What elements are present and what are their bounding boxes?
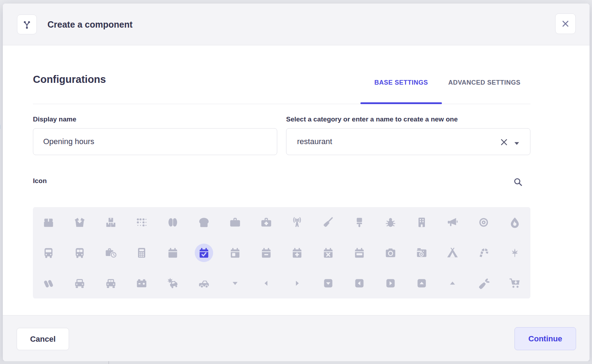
- car-alt-icon: [105, 277, 117, 289]
- bug-icon: [385, 216, 397, 228]
- caret-up-icon: [446, 277, 459, 289]
- car-crash-icon: [167, 277, 179, 289]
- category-clear-button[interactable]: [499, 137, 509, 147]
- icon-option-broom[interactable]: [313, 207, 344, 238]
- cart-arrow-down-icon: [509, 277, 521, 289]
- caret-right-icon: [291, 277, 303, 289]
- tab-base-settings[interactable]: BASE SETTINGS: [360, 77, 442, 88]
- active-tab-underline: [360, 102, 442, 104]
- capsules-icon: [42, 277, 55, 289]
- category-selected-value: restaurant: [297, 129, 332, 155]
- icon-option-bug[interactable]: [375, 207, 406, 238]
- carrot-icon: [478, 277, 490, 289]
- category-label: Select a category or enter a name to cre…: [286, 115, 458, 123]
- icon-option-caret-right[interactable]: [282, 268, 313, 298]
- icon-option-box[interactable]: [33, 207, 64, 238]
- icon-option-building[interactable]: [406, 207, 437, 238]
- caret-square-up-icon: [416, 277, 428, 289]
- calculator-icon: [136, 247, 148, 259]
- page-backdrop: eenrt Create a component: [0, 0, 592, 364]
- bread-slice-icon: [198, 216, 210, 228]
- icon-option-car[interactable]: [64, 268, 95, 298]
- icon-option-burn[interactable]: [499, 207, 530, 238]
- background-bottom-strip: [0, 361, 592, 364]
- icon-option-capsules[interactable]: [33, 268, 64, 298]
- icon-option-caret-square-right[interactable]: [375, 268, 406, 298]
- calendar-week-icon: [353, 247, 365, 259]
- briefcase-medical-icon: [260, 216, 272, 228]
- close-icon: [560, 19, 570, 29]
- icon-option-calendar-times[interactable]: [313, 238, 344, 268]
- category-dropdown-button[interactable]: [514, 140, 520, 144]
- dialog-header: Create a component: [3, 4, 590, 45]
- clear-x-icon: [500, 138, 508, 147]
- camera-retro-icon: [416, 247, 428, 259]
- icon-option-bread-slice[interactable]: [188, 207, 220, 238]
- car-battery-icon: [136, 277, 148, 289]
- icon-option-car-alt[interactable]: [95, 268, 126, 298]
- icon-option-calendar[interactable]: [157, 238, 188, 268]
- icon-option-car-side[interactable]: [188, 268, 220, 298]
- icon-option-caret-down[interactable]: [220, 268, 251, 298]
- icon-option-car-battery[interactable]: [126, 268, 157, 298]
- icon-option-bullseye[interactable]: [468, 207, 499, 238]
- icon-option-calendar-check[interactable]: [188, 238, 220, 268]
- icon-search-button[interactable]: [512, 176, 523, 187]
- icon-option-camera-retro[interactable]: [406, 238, 437, 268]
- boxes-stacked-icon: [105, 216, 117, 228]
- bullhorn-icon: [446, 216, 459, 228]
- icon-option-caret-square-left[interactable]: [344, 268, 375, 298]
- icon-option-caret-up[interactable]: [437, 268, 468, 298]
- icon-option-calendar-week[interactable]: [344, 238, 375, 268]
- icon-option-broadcast-tower[interactable]: [282, 207, 313, 238]
- icon-option-box-open[interactable]: [64, 207, 95, 238]
- brain-icon: [167, 216, 179, 228]
- icon-option-car-crash[interactable]: [157, 268, 188, 298]
- background-divider: [108, 361, 109, 364]
- icon-option-bus[interactable]: [33, 238, 64, 268]
- icon-option-briefcase[interactable]: [220, 207, 251, 238]
- broadcast-tower-icon: [291, 216, 303, 228]
- caret-square-left-icon: [353, 277, 365, 289]
- icon-option-candy-cane[interactable]: [468, 238, 499, 268]
- calendar-times-icon: [322, 247, 334, 259]
- icon-picker-label: Icon: [33, 177, 47, 185]
- icon-option-boxes-stacked[interactable]: [95, 207, 126, 238]
- icon-option-calculator[interactable]: [126, 238, 157, 268]
- icon-option-calendar-minus[interactable]: [251, 238, 282, 268]
- category-select[interactable]: restaurant: [286, 128, 530, 155]
- icon-option-cart-arrow-down[interactable]: [499, 268, 530, 298]
- icon-option-caret-square-down[interactable]: [313, 268, 344, 298]
- icon-option-briefcase-medical[interactable]: [251, 207, 282, 238]
- caret-left-icon: [260, 277, 272, 289]
- component-icon-badge: [17, 15, 37, 34]
- display-name-field: [33, 128, 277, 155]
- selected-icon-highlight: [195, 244, 213, 262]
- icon-option-braille[interactable]: [126, 207, 157, 238]
- icon-option-bus-alt[interactable]: [64, 238, 95, 268]
- dialog-footer: Cancel Continue: [3, 315, 590, 361]
- icon-option-carrot[interactable]: [468, 268, 499, 298]
- display-name-input[interactable]: [33, 129, 277, 155]
- calendar-icon: [167, 247, 179, 259]
- icon-option-calendar-day[interactable]: [220, 238, 251, 268]
- icon-option-camera[interactable]: [375, 238, 406, 268]
- search-icon: [513, 177, 523, 187]
- icon-option-calendar-plus[interactable]: [282, 238, 313, 268]
- icon-option-brain[interactable]: [157, 207, 188, 238]
- icon-option-bullhorn[interactable]: [437, 207, 468, 238]
- icon-option-brush[interactable]: [344, 207, 375, 238]
- icon-option-caret-square-up[interactable]: [406, 268, 437, 298]
- car-side-icon: [198, 277, 210, 289]
- continue-button[interactable]: Continue: [514, 327, 576, 350]
- close-button[interactable]: [555, 13, 576, 34]
- cancel-button[interactable]: Cancel: [17, 328, 69, 350]
- icon-option-cannabis[interactable]: [499, 238, 530, 268]
- icon-option-business-time[interactable]: [95, 238, 126, 268]
- bus-alt-icon: [74, 247, 86, 259]
- tab-advanced-settings[interactable]: ADVANCED SETTINGS: [442, 77, 527, 88]
- caret-down-icon: [514, 142, 519, 145]
- icon-option-campground[interactable]: [437, 238, 468, 268]
- icon-option-caret-left[interactable]: [251, 268, 282, 298]
- section-heading: Configurations: [33, 74, 106, 85]
